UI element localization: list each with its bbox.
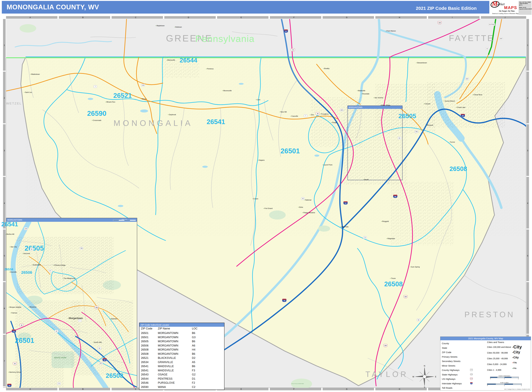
logo-arket: arket (497, 2, 504, 6)
scale-mi-ticks: 0 1 2 (487, 385, 522, 386)
cell-loc: F2 (192, 381, 195, 385)
contact-email: EMAIL US AT: mapsales@MarketMAPS.com (519, 7, 531, 10)
cell-zip-name: GRANVILLE (158, 360, 173, 364)
col-zip-name: ZIP Name (158, 327, 170, 330)
inset-map-canvas (6, 222, 137, 388)
table-row: 26546 PURSGLOVE F2 (140, 381, 224, 385)
legend-row-label: County (442, 342, 449, 345)
legend-row: Toll Roads (442, 386, 485, 390)
city-sample-text: City (513, 367, 517, 369)
legend-city-row: Cities 100,000 and Above City (487, 344, 530, 350)
legend-shield-badge: 123 (470, 382, 473, 384)
legend-row-label: State (442, 347, 447, 349)
cell-zip-name: BLACKSVILLE (158, 356, 176, 360)
cell-zip-name: WANA (158, 385, 166, 389)
scale-mi-bar (487, 383, 522, 385)
scale-km-label: Scale in Kilometers (490, 375, 519, 377)
cell-loc: C2 (192, 385, 195, 389)
col-zip-code: ZIP Code (141, 327, 152, 330)
grid-strip-left (3, 19, 6, 388)
city-dot-icon (512, 347, 513, 348)
logo-maps: MAPS (504, 5, 517, 10)
inset-scale-bar: Scale in Miles (113, 219, 136, 221)
cell-zip-code: 26521 (141, 356, 149, 360)
contact-box: CALL US TOLL FREE! 1-888-434-MAPS (6277)… (518, 1, 532, 15)
legend-row: State (442, 346, 485, 350)
legend-row-label: County Highways (442, 369, 459, 371)
edition-label: 2021 ZIP Code Basic Edition (407, 6, 485, 11)
zip-index-rows: 26501 MORGANTOWN B6 26501 MORGANTOWN G3 … (140, 331, 224, 389)
cell-zip-name: MORGANTOWN (158, 339, 178, 344)
city-sample-text: City (513, 350, 520, 354)
legend-shield-badge: 123 (470, 378, 473, 380)
legend-city-label: Cities 5,000 - 24,999 (487, 363, 507, 365)
legend-panel: 2021 Monongalia County, WV Map County St… (440, 336, 531, 391)
table-row: 26534 GRANVILLE A5 (140, 360, 224, 364)
city-dot-icon (512, 362, 513, 363)
zip-index-title: ZIP Code Index/Grid Locator (140, 323, 224, 327)
cell-zip-name: PENTRESS (158, 377, 173, 381)
cell-zip-name: PURSGLOVE (158, 381, 175, 385)
legend-row: County Highways 123 (442, 368, 485, 372)
cell-zip-name: MAIDSVILLE (158, 364, 174, 369)
legend-row: US Highways 123 (442, 377, 485, 381)
legend-row: Primary Streets (442, 355, 485, 359)
legend-row-label: Primary Streets (442, 355, 457, 358)
contact-phone: CALL US TOLL FREE! 1-888-434-MAPS (6277) (519, 1, 531, 6)
city-sample-text: City (513, 344, 522, 349)
legend-row-label: ZIP Code (442, 351, 451, 354)
scale-km-bar (490, 377, 519, 378)
cell-loc: B6 (192, 339, 195, 344)
legend-city-row: Cities 5,000 - 24,999 City (487, 362, 530, 367)
compass-rose-icon (415, 367, 434, 387)
legend-shield-badge: 123 (470, 369, 473, 371)
zip-index-header: ZIP Code ZIP Name LOC (140, 327, 224, 331)
street-clutter (26, 55, 525, 245)
compass-w: W (412, 376, 414, 378)
cell-zip-name: MORGANTOWN (158, 344, 178, 348)
legend-city-sample: City (512, 350, 520, 354)
morgantown-indicator-box: MORGANTOWN (347, 106, 402, 180)
legend-row-label: Toll Roads (442, 387, 453, 389)
cell-loc: A5 (192, 360, 195, 364)
cell-loc: B6 (192, 331, 195, 335)
legend-line-samples: County State ZIP Code Primary Stree (442, 341, 485, 390)
legend-title: 2021 Monongalia County, WV Map (440, 337, 531, 340)
compass-e: E (435, 376, 436, 378)
cell-loc: B6 (192, 364, 195, 369)
city-sample-text: City (513, 362, 517, 364)
scale-kilometers: Scale in Kilometers 0 1 2 (490, 375, 519, 379)
legend-city-label: Cities 25,000 - 49,999 (487, 357, 508, 360)
legend-row-label: Interstate Highways (442, 382, 462, 385)
pa-park-blob (20, 24, 36, 33)
table-row: 26501 MORGANTOWN G3 (140, 335, 224, 340)
legend-city-row: Cities 1 - 4,999 City (487, 367, 530, 373)
legend-city-label: Cities 1 - 4,999 (487, 369, 501, 371)
cell-zip-code: 26590 (141, 385, 149, 389)
morgantown-inset-panel: MORGANTOWN Scale in Miles (6, 218, 137, 388)
cell-loc: B6 (192, 352, 195, 356)
legend-row: County (442, 341, 485, 346)
legend-row-label: Secondary Streets (442, 360, 460, 362)
cell-zip-code: 26541 (141, 364, 149, 369)
logo-m: M (492, 0, 498, 8)
legend-row-label: State Highways (442, 373, 457, 376)
cell-zip-name: MORGANTOWN (158, 348, 178, 352)
legend-cities: Cities and Towns Cities 100,000 and Abov… (487, 341, 530, 373)
table-row: 26544 PENTRESS D1 (140, 377, 224, 381)
cell-loc: A6 (192, 344, 195, 348)
grid-strip-right (526, 19, 529, 388)
zip-index-table: ZIP Code Index/Grid Locator ZIP Code ZIP… (139, 323, 224, 390)
legend-city-row: Cities 25,000 - 49,999 City (487, 356, 530, 362)
legend-city-sample: City (512, 362, 517, 364)
cell-zip-code: 26544 (141, 377, 149, 381)
table-row: 26541 MAIDSVILLE B6 (140, 364, 224, 369)
state-border-line (6, 57, 526, 58)
legend-city-label: Cities 100,000 and Above (487, 346, 511, 348)
table-row: 26501 MORGANTOWN B6 (140, 331, 224, 335)
city-dot-icon (512, 352, 513, 353)
inset-scale-segments (113, 220, 136, 221)
table-row: 26543 OSAGE G2 (140, 373, 224, 377)
scale-km-ticks: 0 1 2 (490, 378, 519, 379)
cell-loc: D1 (192, 377, 195, 381)
